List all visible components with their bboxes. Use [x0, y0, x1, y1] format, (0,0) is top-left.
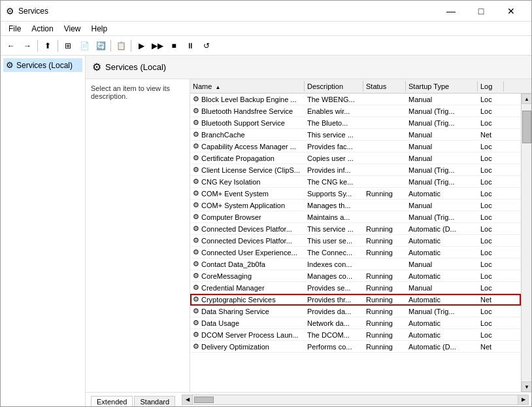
close-button[interactable]: ✕ — [496, 5, 526, 18]
vertical-scrollbar[interactable]: ▲ ▼ — [521, 94, 531, 392]
service-name: Data Sharing Service — [201, 308, 269, 315]
service-log-on: Net — [478, 342, 504, 351]
table-row[interactable]: ⚙ Certificate Propagation Copies user ..… — [190, 152, 521, 164]
table-row[interactable]: ⚙ Contact Data_2b0fa Indexes con... Manu… — [190, 258, 521, 270]
service-description: Provides fac... — [305, 142, 363, 151]
table-area: Name ▲ Description Status Startup Type — [190, 79, 531, 392]
table-row[interactable]: ⚙ Connected Devices Platfor... This serv… — [190, 223, 521, 235]
hscroll-thumb[interactable] — [194, 397, 214, 403]
service-description: Provides thr... — [305, 295, 363, 304]
hscroll-left-button[interactable]: ◀ — [182, 395, 193, 404]
tab-extended[interactable]: Extended — [91, 396, 133, 407]
service-name: Certificate Propagation — [201, 154, 274, 162]
col-header-status[interactable]: Status — [363, 81, 406, 92]
properties-button[interactable]: 📄 — [76, 39, 92, 53]
service-startup-type: Manual (Trig... — [406, 118, 478, 128]
table-row[interactable]: ⚙ DCOM Server Process Laun... The DCOM..… — [190, 329, 521, 341]
pause-service-button[interactable]: ⏸ — [182, 39, 198, 53]
service-startup-type: Manual — [406, 154, 478, 163]
table-row[interactable]: ⚙ Cryptographic Services Provides thr...… — [190, 294, 521, 306]
table-row[interactable]: ⚙ CoreMessaging Manages co... Running Au… — [190, 270, 521, 282]
export-button[interactable]: 📋 — [113, 39, 129, 53]
table-header: Name ▲ Description Status Startup Type — [190, 79, 531, 94]
table-row[interactable]: ⚙ Connected User Experience... The Conne… — [190, 247, 521, 258]
table-row[interactable]: ⚙ Block Level Backup Engine ... The WBEN… — [190, 94, 521, 105]
menu-file[interactable]: File — [3, 23, 26, 34]
sidebar-item-services-local[interactable]: ⚙ Services (Local) — [3, 58, 82, 72]
main-window: ⚙ Services — □ ✕ File Action View Help ←… — [0, 0, 532, 407]
service-icon: ⚙ — [193, 201, 199, 209]
up-button[interactable]: ⬆ — [40, 39, 56, 53]
stop-service-button[interactable]: ■ — [166, 39, 182, 53]
table-row[interactable]: ⚙ Connected Devices Platfor... This user… — [190, 235, 521, 247]
table-row[interactable]: ⚙ Credential Manager Provides se... Runn… — [190, 282, 521, 294]
scroll-thumb[interactable] — [522, 111, 531, 143]
start-service2-button[interactable]: ▶▶ — [150, 39, 165, 53]
service-log-on: Loc — [478, 154, 504, 163]
minimize-button[interactable]: — — [436, 5, 466, 18]
service-status: Running — [363, 248, 406, 257]
service-icon: ⚙ — [193, 177, 199, 186]
service-icon: ⚙ — [193, 272, 199, 280]
service-name: Connected User Experience... — [201, 249, 297, 257]
scroll-track[interactable] — [522, 104, 531, 381]
hscroll-right-button[interactable]: ▶ — [518, 395, 528, 404]
table-row[interactable]: ⚙ Bluetooth Handsfree Service Enables wi… — [190, 105, 521, 117]
restart-service-button[interactable]: ↺ — [199, 39, 214, 53]
service-name-cell: ⚙ Capability Access Manager ... — [190, 141, 305, 151]
table-row[interactable]: ⚙ Data Sharing Service Provides da... Ru… — [190, 306, 521, 317]
service-status: Running — [363, 295, 406, 304]
description-text: Select an item to view its description. — [91, 84, 170, 100]
service-name: COM+ Event System — [201, 190, 269, 198]
menu-bar: File Action View Help — [1, 22, 531, 36]
table-row[interactable]: ⚙ Client License Service (ClipS... Provi… — [190, 164, 521, 176]
menu-help[interactable]: Help — [86, 23, 113, 34]
col-header-name[interactable]: Name ▲ — [190, 81, 305, 92]
maximize-button[interactable]: □ — [466, 5, 496, 18]
table-row[interactable]: ⚙ BranchCache This service ... Manual Ne… — [190, 129, 521, 141]
service-name-cell: ⚙ Connected Devices Platfor... — [190, 224, 305, 234]
service-description: The CNG ke... — [305, 177, 363, 186]
show-hide-console-tree[interactable]: ⊞ — [60, 39, 76, 53]
table-row[interactable]: ⚙ Computer Browser Maintains a... Manual… — [190, 211, 521, 223]
menu-view[interactable]: View — [59, 23, 86, 34]
toolbar-separator-4 — [131, 40, 131, 52]
table-row[interactable]: ⚙ CNG Key Isolation The CNG ke... Manual… — [190, 176, 521, 188]
service-startup-type: Automatic — [406, 236, 478, 245]
table-row[interactable]: ⚙ COM+ System Application Manages th... … — [190, 200, 521, 211]
service-status: Running — [363, 330, 406, 340]
toolbar-separator-3 — [110, 40, 111, 52]
scroll-down-button[interactable]: ▼ — [522, 381, 531, 392]
service-name: Capability Access Manager ... — [201, 143, 296, 150]
service-startup-type: Manual — [406, 95, 478, 104]
col-header-log[interactable]: Log — [478, 81, 504, 92]
service-name: Credential Manager — [201, 284, 265, 292]
main-header-title: Services (Local) — [105, 62, 166, 72]
service-description: Maintains a... — [305, 213, 363, 222]
toolbar-separator-2 — [58, 40, 58, 52]
table-row[interactable]: ⚙ Data Usage Network da... Running Autom… — [190, 317, 521, 329]
service-name: Client License Service (ClipS... — [201, 166, 300, 174]
scroll-up-button[interactable]: ▲ — [522, 94, 531, 104]
col-header-startup[interactable]: Startup Type — [406, 81, 478, 92]
table-row[interactable]: ⚙ Bluetooth Support Service The Blueto..… — [190, 117, 521, 129]
table-row[interactable]: ⚙ Capability Access Manager ... Provides… — [190, 141, 521, 152]
col-header-description[interactable]: Description — [305, 81, 363, 92]
service-icon: ⚙ — [193, 260, 199, 268]
menu-action[interactable]: Action — [26, 23, 58, 34]
service-startup-type: Manual — [406, 130, 478, 139]
service-startup-type: Automatic (D... — [406, 342, 478, 351]
service-icon: ⚙ — [193, 154, 199, 162]
service-status: Running — [363, 189, 406, 198]
back-button[interactable]: ← — [3, 39, 19, 53]
forward-button[interactable]: → — [20, 39, 35, 53]
table-row[interactable]: ⚙ Delivery Optimization Performs co... R… — [190, 341, 521, 353]
tab-standard[interactable]: Standard — [134, 396, 175, 407]
service-log-on: Loc — [478, 330, 504, 340]
service-name: CoreMessaging — [201, 272, 252, 280]
service-icon: ⚙ — [193, 107, 199, 115]
start-service-button[interactable]: ▶ — [133, 39, 149, 53]
horizontal-scrollbar[interactable]: ◀ ▶ — [182, 395, 529, 405]
refresh-button[interactable]: 🔄 — [93, 39, 108, 53]
table-row[interactable]: ⚙ COM+ Event System Supports Sy... Runni… — [190, 188, 521, 200]
